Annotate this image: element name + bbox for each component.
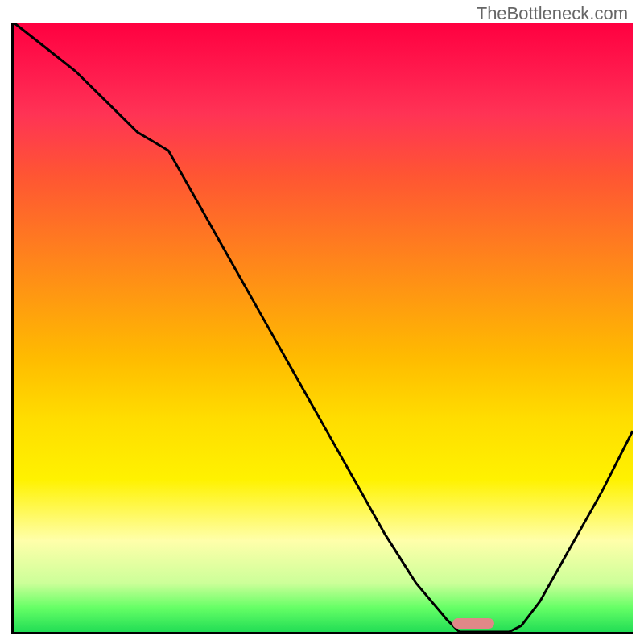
bottleneck-curve-line (14, 23, 633, 632)
watermark-text: TheBottleneck.com (477, 3, 628, 24)
chart-container (11, 23, 633, 634)
chart-curve (14, 23, 633, 632)
optimal-marker (452, 618, 494, 629)
